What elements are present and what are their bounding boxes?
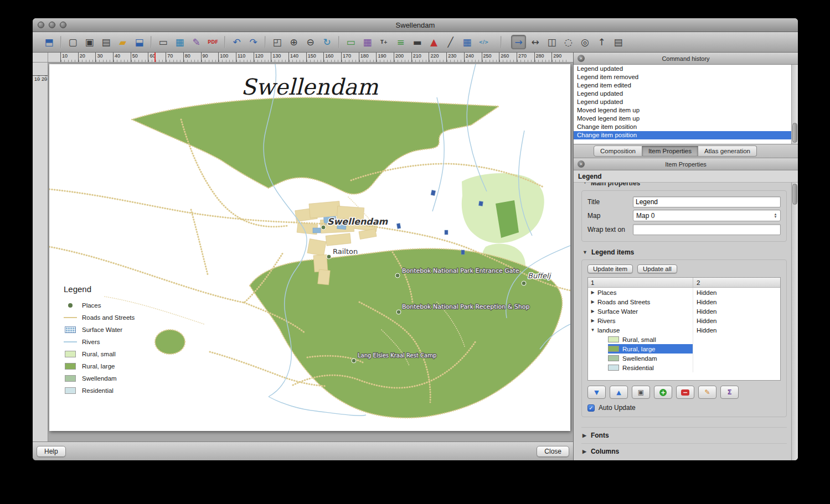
map-page[interactable]: Swellendam Railton Bontebok National Par… <box>49 64 570 431</box>
history-item[interactable]: Legend updated <box>574 65 798 73</box>
map-legend[interactable]: Legend Places Roads and Streets <box>64 284 135 397</box>
expander-icon[interactable]: ▶ <box>588 290 597 295</box>
panel-close-icon[interactable]: ✕ <box>578 55 585 62</box>
tab-item-properties[interactable]: Item Properties <box>642 146 698 157</box>
print-icon[interactable]: ▭ <box>156 35 171 49</box>
open-template-icon[interactable]: ▰ <box>115 35 130 49</box>
add-image-icon[interactable]: ▦ <box>360 35 375 49</box>
update-all-button[interactable]: Update all <box>637 264 677 273</box>
add-table-icon[interactable]: ▦ <box>460 35 475 49</box>
desktop: Swellendam ⬒▢▣▤▰⬓▭▦✎PDF↶↷◰⊕⊖↻▭▦T+≡▬▲╱▦</… <box>0 0 830 504</box>
count-features-button[interactable]: Σ <box>720 386 739 399</box>
new-composition-icon[interactable]: ▢ <box>65 35 80 49</box>
add-arrow-icon[interactable]: ╱ <box>443 35 458 49</box>
select-move-item-icon[interactable]: → <box>511 35 526 49</box>
history-item[interactable]: Change item position <box>574 131 798 139</box>
fonts-section[interactable]: ▶ Fonts <box>581 427 787 443</box>
add-map-icon[interactable]: ▭ <box>343 35 358 49</box>
export-svg-icon[interactable]: ✎ <box>189 35 204 49</box>
title-input[interactable] <box>633 196 781 207</box>
close-button[interactable]: Close <box>537 446 569 457</box>
history-item[interactable]: Change item position <box>574 123 798 131</box>
ruler-mark: 90 <box>201 53 219 62</box>
legend-item-row[interactable]: Residential <box>588 363 780 372</box>
window-zoom-button[interactable] <box>60 22 66 28</box>
legend-items-table[interactable]: 1 2 ▶ Places <box>587 277 781 381</box>
history-item[interactable]: Moved legend item up <box>574 106 798 115</box>
undo-icon[interactable]: ↶ <box>229 35 244 49</box>
update-item-button[interactable]: Update item <box>587 264 633 273</box>
move-content-icon[interactable]: ↔ <box>528 35 543 49</box>
zoom-out-icon[interactable]: ⊖ <box>303 35 318 49</box>
redo-icon[interactable]: ↷ <box>246 35 261 49</box>
history-item[interactable]: Legend updated <box>574 98 798 106</box>
map-legend-title: Legend <box>64 284 135 294</box>
add-shape-icon[interactable]: ▲ <box>426 35 441 49</box>
legend-item-row[interactable]: Swellendam <box>588 354 780 363</box>
save-project-icon[interactable]: ⬒ <box>42 35 56 49</box>
zoom-full-icon[interactable]: ◰ <box>270 35 285 49</box>
legend-item-row[interactable]: ▶ Rivers Hidden <box>588 316 780 325</box>
tab-atlas-generation[interactable]: Atlas generation <box>698 146 757 157</box>
help-button[interactable]: Help <box>37 446 66 457</box>
save-template-icon[interactable]: ⬓ <box>132 35 147 49</box>
history-item[interactable]: Legend item removed <box>574 73 798 81</box>
composer-canvas[interactable]: Swellendam Railton Bontebok National Par… <box>48 63 573 441</box>
refresh-view-icon[interactable]: ↻ <box>319 35 334 49</box>
expander-icon[interactable]: ▶ <box>588 299 597 304</box>
zoom-to-item-icon[interactable]: ◎ <box>578 35 592 49</box>
add-group-button[interactable]: ▣ <box>632 386 650 399</box>
main-properties-section[interactable]: ▼ Main properties <box>582 183 640 187</box>
select-items-icon[interactable]: ◌ <box>561 35 576 49</box>
ruler-mark: 280 <box>534 53 552 62</box>
panel-close-icon[interactable]: ✕ <box>578 160 585 168</box>
add-legend-icon[interactable]: ≡ <box>393 35 408 49</box>
duplicate-composition-icon[interactable]: ▣ <box>82 35 97 49</box>
command-history-list[interactable]: Legend updatedLegend item removedLegend … <box>574 65 798 144</box>
history-item[interactable]: Legend updated <box>574 90 798 98</box>
columns-section[interactable]: ▶ Columns <box>581 443 787 459</box>
legend-items-section[interactable]: ▼ Legend items <box>582 248 787 256</box>
remove-item-button[interactable]: − <box>676 386 694 399</box>
legend-item-row[interactable]: ▶ Places Hidden <box>588 288 780 297</box>
dialog-footer: Help Close <box>33 441 573 460</box>
expander-icon[interactable]: ▼ <box>588 328 597 332</box>
history-scrollbar[interactable] <box>791 65 798 144</box>
export-image-icon[interactable]: ▦ <box>172 35 187 49</box>
properties-scrollbar[interactable] <box>791 183 798 460</box>
legend-item-row[interactable]: ▶ Surface Water Hidden <box>588 306 780 316</box>
edit-item-button[interactable]: ✎ <box>698 386 716 399</box>
scrollbar-thumb[interactable] <box>792 123 797 143</box>
history-item[interactable]: Moved legend item up <box>574 115 798 123</box>
move-item-up-button[interactable]: ▲ <box>610 386 628 399</box>
add-html-icon[interactable]: </> <box>476 35 491 49</box>
group-items-icon[interactable]: ◫ <box>544 35 559 49</box>
legend-item-row[interactable]: Rural, large <box>588 344 780 354</box>
raise-items-icon[interactable]: ↑ <box>594 35 609 49</box>
composer-manager-icon[interactable]: ▤ <box>99 35 114 49</box>
legend-item-row[interactable]: ▶ Roads and Streets Hidden <box>588 297 780 306</box>
map-select[interactable]: Map 0 ▲▼ <box>633 210 781 221</box>
tab-composition[interactable]: Composition <box>594 146 642 157</box>
legend-item-row[interactable]: ▼ landuse Hidden <box>588 325 780 335</box>
history-item[interactable]: Legend item edited <box>574 81 798 90</box>
legend-item-row[interactable]: Rural, small <box>588 335 780 344</box>
expander-icon[interactable]: ▶ <box>588 318 597 323</box>
add-item-button[interactable]: + <box>654 386 672 399</box>
landuse-rural-layer <box>132 97 562 418</box>
main-properties-group: Title Map Map 0 ▲▼ Wrap text on <box>581 190 787 242</box>
move-item-down-button[interactable]: ▼ <box>587 386 606 399</box>
expander-icon[interactable]: ▶ <box>588 309 597 314</box>
export-pdf-icon[interactable]: PDF <box>205 35 220 49</box>
align-items-icon[interactable]: ▤ <box>611 35 626 49</box>
ruler-mark: 130 <box>271 53 288 62</box>
add-scalebar-icon[interactable]: ▬ <box>410 35 425 49</box>
window-titlebar[interactable]: Swellendam <box>33 18 798 32</box>
window-close-button[interactable] <box>38 22 44 28</box>
window-minimize-button[interactable] <box>49 22 55 28</box>
zoom-in-icon[interactable]: ⊕ <box>286 35 301 49</box>
add-label-icon[interactable]: T+ <box>377 35 391 49</box>
wrap-text-input[interactable] <box>633 224 781 235</box>
auto-update-checkbox[interactable]: ✓ <box>587 404 595 412</box>
scrollbar-thumb[interactable] <box>792 184 797 205</box>
